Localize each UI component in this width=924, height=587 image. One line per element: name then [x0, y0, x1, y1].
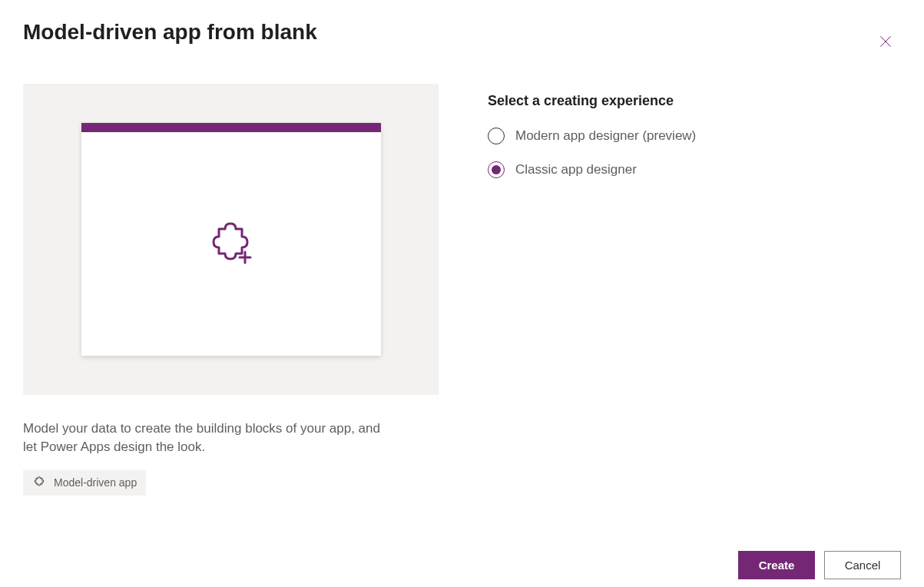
left-panel: Model your data to create the building b… — [23, 84, 439, 496]
app-type-tag: Model-driven app — [23, 470, 146, 496]
close-button[interactable] — [872, 28, 899, 58]
radio-option-modern[interactable]: Modern app designer (preview) — [488, 128, 696, 144]
puzzle-plus-icon — [204, 215, 259, 274]
tag-label: Model-driven app — [54, 476, 137, 489]
radio-label: Modern app designer (preview) — [515, 128, 696, 144]
create-button[interactable]: Create — [738, 551, 815, 579]
preview-canvas — [23, 84, 439, 395]
radio-group: Modern app designer (preview) Classic ap… — [488, 128, 696, 178]
dialog-body: Model your data to create the building b… — [23, 84, 901, 496]
puzzle-icon — [32, 475, 46, 491]
dialog-container: Model-driven app from blank — [0, 0, 924, 587]
cancel-button[interactable]: Cancel — [824, 551, 901, 579]
radio-option-classic[interactable]: Classic app designer — [488, 161, 696, 178]
preview-frame — [81, 123, 381, 356]
radio-icon — [488, 128, 505, 144]
radio-label: Classic app designer — [515, 162, 637, 177]
section-title: Select a creating experience — [488, 93, 696, 109]
dialog-title: Model-driven app from blank — [23, 20, 317, 45]
close-icon — [878, 34, 893, 51]
dialog-header: Model-driven app from blank — [23, 20, 901, 58]
preview-topbar — [81, 123, 381, 132]
preview-body — [81, 132, 381, 356]
dialog-footer: Create Cancel — [738, 551, 901, 579]
radio-inner-dot — [492, 165, 501, 174]
description-text: Model your data to create the building b… — [23, 420, 384, 456]
radio-icon — [488, 161, 505, 178]
right-panel: Select a creating experience Modern app … — [488, 84, 696, 496]
